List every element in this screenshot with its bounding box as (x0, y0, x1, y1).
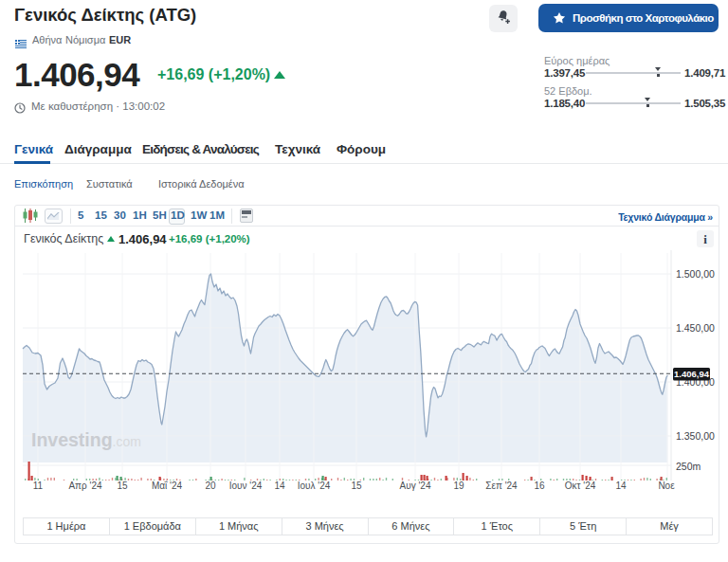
svg-text:Ιουλ '24: Ιουλ '24 (298, 480, 331, 491)
svg-text:Οκτ '24: Οκτ '24 (565, 480, 596, 491)
svg-text:15: 15 (117, 480, 128, 491)
svg-text:11: 11 (33, 480, 44, 491)
svg-text:Ιουν '24: Ιουν '24 (229, 480, 263, 491)
svg-text:Σεπ '24: Σεπ '24 (485, 480, 518, 491)
svg-text:14: 14 (274, 480, 285, 491)
svg-text:250m: 250m (676, 461, 701, 472)
svg-text:1.500,00: 1.500,00 (676, 268, 715, 280)
svg-text:Αυγ '24: Αυγ '24 (400, 480, 431, 491)
svg-text:1.450,00: 1.450,00 (676, 322, 715, 334)
svg-text:19: 19 (453, 480, 464, 491)
svg-text:Νοε: Νοε (658, 480, 675, 491)
svg-text:20: 20 (205, 480, 216, 491)
svg-text:1.406,94: 1.406,94 (674, 369, 710, 379)
svg-text:Μαΐ '24: Μαΐ '24 (152, 480, 183, 491)
svg-text:15: 15 (351, 480, 362, 491)
svg-text:14: 14 (615, 480, 627, 491)
svg-text:1.350,00: 1.350,00 (676, 430, 715, 442)
svg-text:16: 16 (534, 480, 545, 491)
svg-text:Απρ '24: Απρ '24 (68, 480, 102, 491)
